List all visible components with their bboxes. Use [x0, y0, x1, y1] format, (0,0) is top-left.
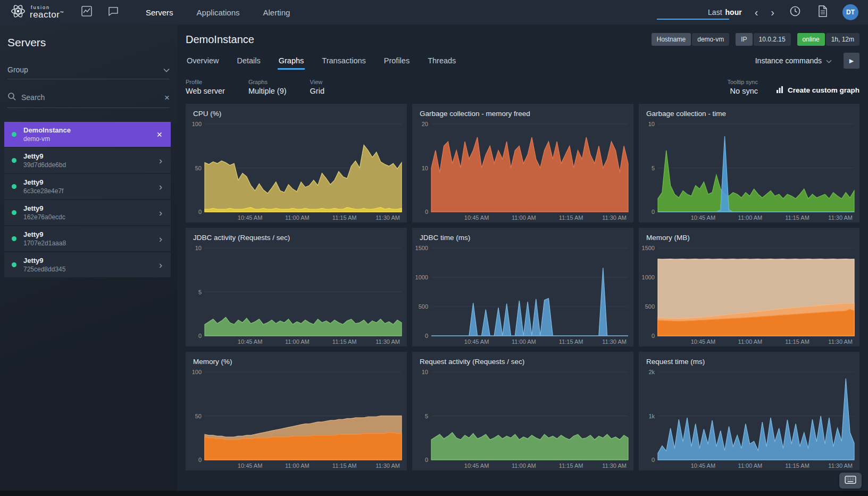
chevron-right-icon[interactable]: › — [157, 233, 164, 245]
graphs-value[interactable]: Multiple (9) — [248, 87, 287, 95]
instance-commands-dropdown[interactable]: Instance commands — [755, 56, 832, 65]
svg-text:11:00 AM: 11:00 AM — [738, 214, 763, 221]
tab-bar-tabs: OverviewDetailsGraphsTransactionsProfile… — [186, 52, 457, 70]
server-item[interactable]: Jetty96c3ce28e4e7f› — [4, 174, 171, 199]
chevron-down-icon — [163, 65, 170, 75]
user-avatar[interactable]: DT — [842, 4, 858, 20]
tab-threads[interactable]: Threads — [427, 52, 457, 70]
chart-plot[interactable]: 05010010:45 AM11:00 AM11:15 AM11:30 AM — [186, 368, 407, 470]
tab-details[interactable]: Details — [236, 52, 261, 70]
chart-panel-7: Memory (%)05010010:45 AM11:00 AM11:15 AM… — [186, 352, 407, 470]
chart-plot[interactable]: 051010:45 AM11:00 AM11:15 AM11:30 AM — [639, 120, 859, 222]
chevron-down-icon — [826, 56, 832, 65]
svg-text:11:15 AM: 11:15 AM — [559, 338, 583, 345]
svg-text:11:30 AM: 11:30 AM — [828, 214, 853, 221]
brand-bottom: reactor — [30, 10, 60, 20]
keyboard-shortcuts-button[interactable] — [839, 473, 862, 489]
document-icon — [818, 5, 828, 19]
chevron-right-icon[interactable]: › — [157, 207, 164, 219]
bottom-strip — [0, 491, 868, 496]
tab-graphs[interactable]: Graphs — [278, 52, 305, 70]
server-item[interactable]: Jetty9725ced8dd345› — [4, 252, 171, 277]
server-name: DemoInstance — [23, 126, 154, 134]
chart-plot[interactable]: 05010010:45 AM11:00 AM11:15 AM11:30 AM — [186, 120, 407, 222]
create-custom-graph-button[interactable]: Create custom graph — [776, 86, 859, 95]
clear-search-icon[interactable]: × — [164, 93, 170, 102]
server-item[interactable]: Jetty9162e76a0ecdc› — [4, 200, 171, 225]
chart-title: JDBC activity (Requests / sec) — [186, 228, 407, 244]
chart-plot[interactable]: 051010:45 AM11:00 AM11:15 AM11:30 AM — [412, 368, 633, 470]
svg-text:11:30 AM: 11:30 AM — [602, 462, 627, 469]
report-button[interactable] — [811, 3, 835, 21]
server-name: Jetty9 — [23, 230, 157, 238]
chart-plot[interactable]: 05001000150010:45 AM11:00 AM11:15 AM11:3… — [412, 244, 633, 346]
status-dot — [12, 262, 16, 267]
chat-icon-button[interactable] — [104, 4, 122, 20]
svg-text:10: 10 — [648, 121, 655, 127]
tab-overview[interactable]: Overview — [186, 52, 220, 70]
chart-panel-4: JDBC activity (Requests / sec)051010:45 … — [186, 228, 407, 346]
view-label: View — [310, 79, 324, 85]
group-select[interactable]: Group — [7, 65, 170, 79]
fusionreactor-logo[interactable]: fusion reactor™ — [10, 3, 64, 22]
tab-profiles[interactable]: Profiles — [383, 52, 411, 70]
tooltip-sync-control[interactable]: Tooltip sync No sync — [727, 79, 757, 95]
nav-item-applications[interactable]: Applications — [196, 2, 241, 23]
close-icon[interactable]: × — [154, 129, 164, 140]
metrics-icon-button[interactable] — [78, 4, 96, 20]
server-text: Jetty9162e76a0ecdc — [23, 204, 157, 221]
svg-text:11:00 AM: 11:00 AM — [738, 462, 763, 469]
page-title: DemoInstance — [186, 34, 254, 46]
chart-plot[interactable]: 01k2k10:45 AM11:00 AM11:15 AM11:30 AM — [639, 368, 859, 470]
server-list: DemoInstancedemo-vm×Jetty939d7d6dde6bd›J… — [4, 122, 171, 277]
svg-text:1000: 1000 — [415, 274, 428, 280]
profile-control[interactable]: Profile Web server — [186, 79, 225, 95]
profile-value[interactable]: Web server — [186, 87, 225, 95]
chart-plot[interactable]: 0102010:45 AM11:00 AM11:15 AM11:30 AM — [412, 120, 633, 222]
line-chart-icon — [81, 6, 92, 19]
status-dot — [12, 184, 16, 189]
tooltip-sync-value[interactable]: No sync — [727, 87, 757, 95]
history-clock-button[interactable] — [782, 3, 808, 21]
chevron-right-icon[interactable]: › — [765, 6, 780, 19]
server-name: Jetty9 — [23, 152, 157, 160]
svg-text:11:15 AM: 11:15 AM — [332, 462, 357, 469]
nav-item-alerting[interactable]: Alerting — [262, 2, 291, 23]
search-input[interactable] — [21, 93, 159, 102]
chart-panel-2: Garbage collection - memory freed0102010… — [412, 104, 633, 222]
chart-plot[interactable]: 05001000150010:45 AM11:00 AM11:15 AM11:3… — [639, 244, 859, 346]
time-range-control[interactable]: Last hour — [706, 2, 747, 23]
collapse-panel-button[interactable]: ▶ — [844, 53, 859, 69]
server-id: 162e76a0ecdc — [23, 213, 157, 221]
server-item[interactable]: Jetty91707e2d1aaa8› — [4, 226, 171, 251]
chart-title: Request time (ms) — [639, 352, 859, 368]
server-text: Jetty9725ced8dd345 — [23, 257, 157, 273]
svg-text:11:00 AM: 11:00 AM — [285, 462, 310, 469]
status-badge: online 1h, 12m — [797, 33, 859, 46]
svg-text:10:45 AM: 10:45 AM — [238, 462, 262, 469]
server-item[interactable]: Jetty939d7d6dde6bd› — [4, 148, 171, 173]
nav-item-servers[interactable]: Servers — [145, 2, 174, 23]
svg-text:11:30 AM: 11:30 AM — [828, 338, 853, 345]
tab-transactions[interactable]: Transactions — [321, 52, 366, 70]
ip-badge: IP 10.0.2.15 — [736, 33, 790, 46]
chevron-left-icon[interactable]: ‹ — [749, 6, 764, 19]
svg-text:1500: 1500 — [415, 245, 428, 251]
graphs-control[interactable]: Graphs Multiple (9) — [248, 79, 287, 95]
chart-svg: 05010010:45 AM11:00 AM11:15 AM11:30 AM — [186, 368, 407, 470]
servers-sidebar: Servers Group × DemoInstancedemo-vm×Jett… — [0, 24, 177, 491]
svg-text:500: 500 — [645, 303, 655, 310]
view-value[interactable]: Grid — [310, 87, 324, 95]
hostname-value: demo-vm — [692, 33, 729, 46]
chevron-right-icon[interactable]: › — [157, 155, 164, 167]
chevron-right-icon[interactable]: › — [157, 181, 164, 193]
server-item[interactable]: DemoInstancedemo-vm× — [4, 122, 171, 147]
tab-bar: OverviewDetailsGraphsTransactionsProfile… — [177, 50, 868, 71]
chart-plot[interactable]: 051010:45 AM11:00 AM11:15 AM11:30 AM — [186, 244, 407, 346]
server-name: Jetty9 — [23, 178, 157, 186]
view-control[interactable]: View Grid — [310, 79, 324, 95]
chevron-right-icon[interactable]: › — [157, 259, 164, 271]
time-range-value[interactable]: hour — [725, 8, 742, 16]
hostname-badge: Hostname demo-vm — [652, 33, 730, 46]
chart-panel-5: JDBC time (ms)05001000150010:45 AM11:00 … — [412, 228, 633, 346]
